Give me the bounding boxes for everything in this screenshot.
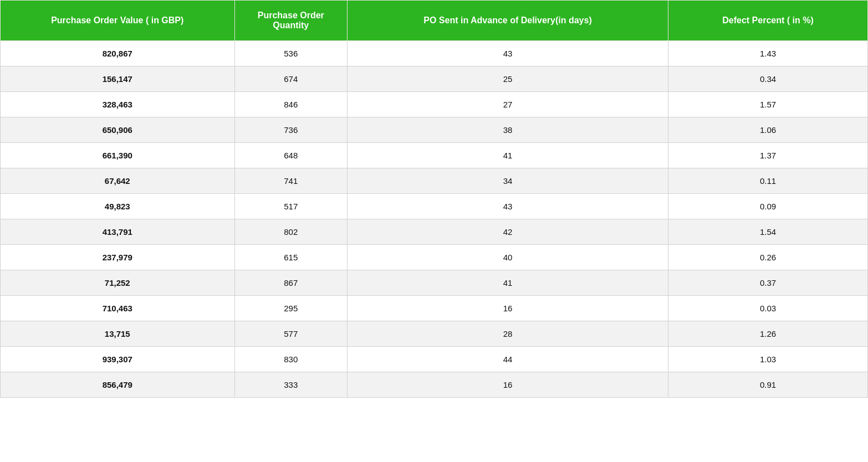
- cell-po-value: 710,463: [1, 296, 235, 321]
- cell-defect-percent: 0.34: [668, 66, 868, 92]
- cell-defect-percent: 1.06: [668, 117, 868, 143]
- cell-defect-percent: 1.43: [668, 41, 868, 66]
- cell-po-advance: 34: [347, 168, 668, 194]
- table-row: 710,463295160.03: [1, 296, 868, 321]
- header-defect-percent: Defect Percent ( in %): [668, 1, 868, 41]
- cell-defect-percent: 0.91: [668, 372, 868, 398]
- cell-po-value: 71,252: [1, 270, 235, 296]
- cell-defect-percent: 0.37: [668, 270, 868, 296]
- cell-defect-percent: 1.26: [668, 321, 868, 347]
- cell-po-value: 820,867: [1, 41, 235, 66]
- table-row: 237,979615400.26: [1, 245, 868, 270]
- cell-po-value: 661,390: [1, 143, 235, 168]
- cell-po-quantity: 867: [234, 270, 347, 296]
- cell-po-value: 49,823: [1, 194, 235, 219]
- table-row: 13,715577281.26: [1, 321, 868, 347]
- cell-po-advance: 44: [347, 347, 668, 372]
- table-row: 939,307830441.03: [1, 347, 868, 372]
- cell-po-advance: 16: [347, 296, 668, 321]
- data-table: Purchase Order Value ( in GBP) Purchase …: [0, 0, 868, 398]
- cell-po-quantity: 830: [234, 347, 347, 372]
- cell-po-value: 13,715: [1, 321, 235, 347]
- cell-po-quantity: 295: [234, 296, 347, 321]
- cell-po-quantity: 802: [234, 219, 347, 245]
- header-po-advance: PO Sent in Advance of Delivery(in days): [347, 1, 668, 41]
- table-row: 856,479333160.91: [1, 372, 868, 398]
- cell-po-quantity: 517: [234, 194, 347, 219]
- cell-po-advance: 41: [347, 143, 668, 168]
- cell-defect-percent: 1.37: [668, 143, 868, 168]
- cell-defect-percent: 1.03: [668, 347, 868, 372]
- cell-po-advance: 25: [347, 66, 668, 92]
- cell-po-advance: 41: [347, 270, 668, 296]
- cell-po-advance: 42: [347, 219, 668, 245]
- cell-po-value: 939,307: [1, 347, 235, 372]
- table-row: 661,390648411.37: [1, 143, 868, 168]
- cell-po-value: 67,642: [1, 168, 235, 194]
- table-row: 328,463846271.57: [1, 92, 868, 117]
- header-po-value: Purchase Order Value ( in GBP): [1, 1, 235, 41]
- cell-po-advance: 38: [347, 117, 668, 143]
- cell-defect-percent: 0.26: [668, 245, 868, 270]
- cell-po-quantity: 846: [234, 92, 347, 117]
- table-row: 413,791802421.54: [1, 219, 868, 245]
- table-row: 156,147674250.34: [1, 66, 868, 92]
- cell-defect-percent: 0.09: [668, 194, 868, 219]
- table-body: 820,867536431.43156,147674250.34328,4638…: [1, 41, 868, 398]
- cell-po-value: 237,979: [1, 245, 235, 270]
- cell-po-quantity: 741: [234, 168, 347, 194]
- cell-po-value: 413,791: [1, 219, 235, 245]
- cell-po-advance: 43: [347, 194, 668, 219]
- header-row: Purchase Order Value ( in GBP) Purchase …: [1, 1, 868, 41]
- cell-po-advance: 16: [347, 372, 668, 398]
- cell-po-quantity: 736: [234, 117, 347, 143]
- cell-po-quantity: 536: [234, 41, 347, 66]
- cell-po-advance: 28: [347, 321, 668, 347]
- cell-po-quantity: 577: [234, 321, 347, 347]
- cell-po-value: 156,147: [1, 66, 235, 92]
- table-row: 820,867536431.43: [1, 41, 868, 66]
- header-po-quantity: Purchase Order Quantity: [234, 1, 347, 41]
- cell-po-value: 328,463: [1, 92, 235, 117]
- cell-po-value: 650,906: [1, 117, 235, 143]
- table-row: 67,642741340.11: [1, 168, 868, 194]
- cell-po-quantity: 648: [234, 143, 347, 168]
- cell-po-advance: 27: [347, 92, 668, 117]
- cell-po-value: 856,479: [1, 372, 235, 398]
- main-container: Purchase Order Value ( in GBP) Purchase …: [0, 0, 868, 462]
- cell-po-advance: 43: [347, 41, 668, 66]
- cell-po-quantity: 333: [234, 372, 347, 398]
- cell-defect-percent: 1.54: [668, 219, 868, 245]
- cell-defect-percent: 0.03: [668, 296, 868, 321]
- cell-po-advance: 40: [347, 245, 668, 270]
- table-row: 71,252867410.37: [1, 270, 868, 296]
- cell-defect-percent: 1.57: [668, 92, 868, 117]
- table-row: 650,906736381.06: [1, 117, 868, 143]
- cell-po-quantity: 674: [234, 66, 347, 92]
- cell-defect-percent: 0.11: [668, 168, 868, 194]
- cell-po-quantity: 615: [234, 245, 347, 270]
- table-row: 49,823517430.09: [1, 194, 868, 219]
